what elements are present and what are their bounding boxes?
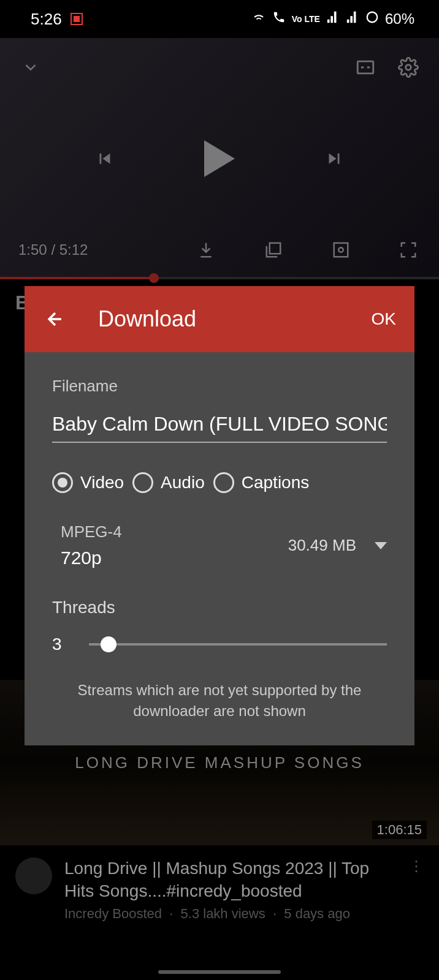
- dialog-title: Download: [98, 306, 341, 332]
- volte-icon: Vo LTE: [292, 14, 320, 24]
- signal-icon-2: [346, 10, 359, 28]
- signal-icon-1: [326, 10, 340, 28]
- collapse-player-button[interactable]: [18, 55, 43, 80]
- record-icon: [71, 13, 83, 25]
- svg-point-5: [338, 247, 343, 252]
- svg-rect-3: [270, 243, 281, 254]
- format-size: 30.49 MB: [288, 536, 356, 555]
- radio-captions[interactable]: Captions: [213, 472, 310, 493]
- battery-pct: 60%: [385, 10, 414, 28]
- dialog-note: Streams which are not yet supported by t…: [52, 680, 387, 721]
- wifi-icon: [251, 10, 266, 28]
- chevron-down-icon[interactable]: [375, 542, 387, 549]
- svg-rect-1: [357, 61, 373, 74]
- more-options-icon[interactable]: ⋮: [409, 858, 424, 875]
- download-icon[interactable]: [194, 238, 218, 262]
- threads-label: Threads: [52, 598, 387, 617]
- playlist-icon[interactable]: [261, 238, 286, 262]
- settings-icon[interactable]: [396, 55, 421, 80]
- threads-value: 3: [52, 635, 64, 654]
- captions-toggle-icon[interactable]: [353, 55, 378, 80]
- svg-rect-4: [334, 243, 348, 257]
- fullscreen-icon[interactable]: [396, 238, 421, 262]
- previous-track-button[interactable]: [93, 146, 117, 171]
- next-track-button[interactable]: [322, 146, 346, 171]
- popup-icon[interactable]: [329, 238, 353, 262]
- back-button[interactable]: [43, 307, 67, 331]
- status-bar: 5:26 Vo LTE 60%: [0, 0, 439, 38]
- related-title[interactable]: Long Drive || Mashup Songs 2023 || Top H…: [64, 858, 397, 902]
- format-selector[interactable]: MPEG-4 720p 30.49 MB: [52, 522, 387, 568]
- nav-handle[interactable]: [158, 970, 281, 974]
- filename-label: Filename: [52, 377, 387, 396]
- filename-input[interactable]: [52, 413, 387, 443]
- radio-video[interactable]: Video: [52, 472, 124, 493]
- download-dialog: Download OK Filename Video Audio Caption…: [25, 286, 414, 745]
- video-player: 1:50 / 5:12: [0, 38, 439, 279]
- radio-audio[interactable]: Audio: [132, 472, 205, 493]
- related-meta: Incredy Boosted · 5.3 lakh views · 5 day…: [64, 906, 397, 922]
- svg-point-0: [367, 12, 378, 23]
- channel-avatar[interactable]: [15, 858, 52, 894]
- play-button[interactable]: [204, 140, 235, 177]
- format-resolution: 720p: [61, 548, 122, 568]
- status-time: 5:26: [31, 10, 62, 29]
- ok-button[interactable]: OK: [372, 309, 396, 329]
- related-duration: 1:06:15: [372, 821, 427, 839]
- player-time: 1:50 / 5:12: [18, 241, 88, 258]
- svg-point-2: [406, 65, 411, 70]
- wifi-call-icon: [272, 10, 286, 28]
- threads-slider[interactable]: [89, 643, 387, 646]
- battery-icon: [365, 10, 379, 28]
- format-codec: MPEG-4: [61, 522, 122, 541]
